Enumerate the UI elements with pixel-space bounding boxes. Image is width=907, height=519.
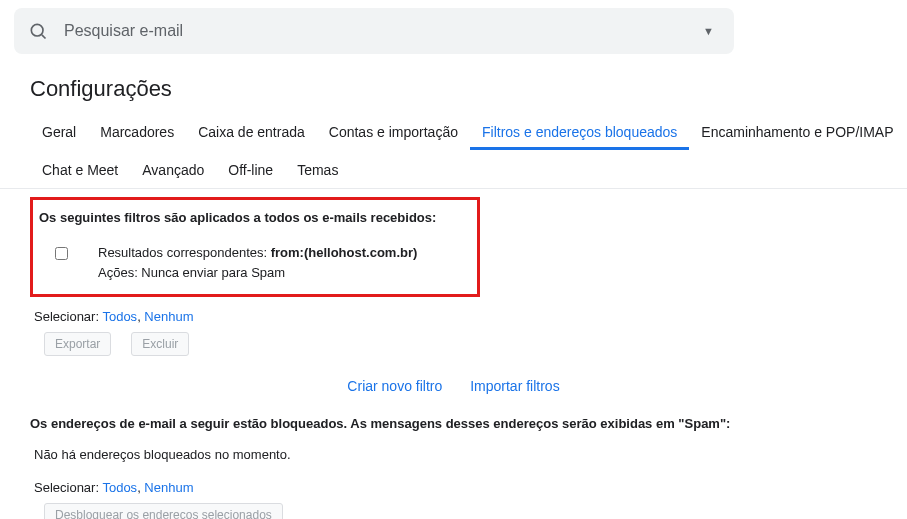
filters-select-line: Selecionar: Todos, Nenhum: [30, 297, 877, 330]
unblock-selected-button[interactable]: Desbloquear os endereços selecionados: [44, 503, 283, 519]
svg-line-1: [42, 35, 46, 39]
tab-filtros-enderecos-bloqueados[interactable]: Filtros e endereços bloqueados: [470, 116, 689, 150]
svg-point-0: [31, 24, 43, 36]
filter-match-label: Resultados correspondentes:: [98, 245, 271, 260]
tab-temas[interactable]: Temas: [285, 154, 350, 188]
tab-chat-meet[interactable]: Chat e Meet: [30, 154, 130, 188]
filter-row: Resultados correspondentes: from:(helloh…: [33, 235, 477, 294]
filter-description: Resultados correspondentes: from:(helloh…: [98, 243, 417, 282]
tab-geral[interactable]: Geral: [30, 116, 88, 150]
tab-offline[interactable]: Off-line: [216, 154, 285, 188]
search-bar[interactable]: ▼: [14, 8, 734, 54]
blocked-select-label: Selecionar:: [34, 480, 102, 495]
export-button[interactable]: Exportar: [44, 332, 111, 356]
search-input[interactable]: [62, 21, 697, 41]
tab-marcadores[interactable]: Marcadores: [88, 116, 186, 150]
delete-button[interactable]: Excluir: [131, 332, 189, 356]
filter-match-value: from:(hellohost.com.br): [271, 245, 418, 260]
blocked-addresses-header: Os endereços de e-mail a seguir estão bl…: [30, 410, 877, 437]
blocked-empty-message: Não há endereços bloqueados no momento.: [30, 437, 877, 468]
page-title: Configurações: [0, 54, 907, 104]
blocked-select-line: Selecionar: Todos, Nenhum: [30, 468, 877, 501]
tab-contas-e-importacao[interactable]: Contas e importação: [317, 116, 470, 150]
select-all-link[interactable]: Todos: [102, 309, 137, 324]
select-none-link[interactable]: Nenhum: [144, 309, 193, 324]
blocked-select-all-link[interactable]: Todos: [102, 480, 137, 495]
filter-actions-text: Ações: Nunca enviar para Spam: [98, 263, 417, 283]
create-new-filter-link[interactable]: Criar novo filtro: [347, 378, 442, 394]
filter-select-checkbox[interactable]: [55, 247, 68, 260]
tab-avancado[interactable]: Avançado: [130, 154, 216, 188]
blocked-select-none-link[interactable]: Nenhum: [144, 480, 193, 495]
search-icon: [28, 21, 48, 41]
highlighted-filter-box: Os seguintes filtros são aplicados a tod…: [30, 197, 480, 297]
tab-encaminhamento-pop-imap[interactable]: Encaminhamento e POP/IMAP: [689, 116, 905, 150]
tab-caixa-de-entrada[interactable]: Caixa de entrada: [186, 116, 317, 150]
search-options-dropdown-icon[interactable]: ▼: [697, 21, 720, 41]
filter-action-links: Criar novo filtro Importar filtros: [30, 356, 877, 410]
import-filters-link[interactable]: Importar filtros: [470, 378, 559, 394]
filters-applied-header: Os seguintes filtros são aplicados a tod…: [33, 200, 477, 235]
settings-tabs: Geral Marcadores Caixa de entrada Contas…: [0, 104, 907, 189]
select-label: Selecionar:: [34, 309, 102, 324]
